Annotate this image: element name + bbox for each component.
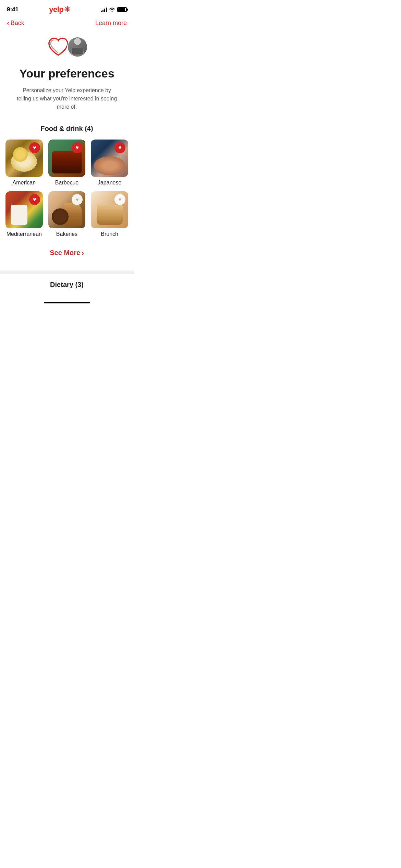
heart-filled-icon: ♥ [33, 197, 36, 202]
see-more-button[interactable]: See More › [0, 241, 134, 267]
section-divider [0, 270, 134, 274]
back-label: Back [11, 20, 24, 27]
signal-icon [101, 7, 107, 12]
food-label-japanese: Japanese [98, 180, 121, 186]
page-title: Your preferences [19, 67, 114, 80]
battery-icon [117, 7, 127, 12]
list-item: ♥ Mediterranean [5, 191, 43, 238]
hero-description: Personalize your Yelp experience by tell… [15, 86, 118, 111]
food-label-mediterranean: Mediterranean [7, 231, 42, 237]
food-image-brunch-wrapper: ♥ [91, 191, 128, 229]
list-item: ♥ Brunch [91, 191, 128, 238]
status-icons [101, 7, 127, 12]
avatar-silhouette [69, 37, 86, 57]
next-section-peek: Dietary (3) [0, 274, 134, 299]
status-bar: 9:41 yelp ✳ [0, 0, 134, 16]
heart-svg-icon [47, 35, 70, 59]
list-item: ♥ Bakeries [48, 191, 86, 238]
food-image-bakeries-wrapper: ♥ [48, 191, 86, 229]
food-section-title: Food & drink (4) [0, 125, 134, 133]
see-more-chevron-icon: › [82, 249, 84, 257]
food-label-brunch: Brunch [101, 231, 118, 237]
yelp-burst-icon: ✳ [64, 5, 70, 14]
heart-outline-icon: ♥ [119, 197, 121, 202]
like-button-japanese[interactable]: ♥ [114, 142, 125, 153]
food-image-barbecue-wrapper: ♥ [48, 140, 86, 177]
like-button-mediterranean[interactable]: ♥ [29, 194, 40, 205]
nav-bar: ‹ Back Learn more [0, 16, 134, 31]
food-image-mediterranean-wrapper: ♥ [5, 191, 43, 229]
like-button-american[interactable]: ♥ [29, 142, 40, 153]
dietary-section-title: Dietary (3) [5, 281, 128, 289]
list-item: ♥ Japanese [91, 140, 128, 186]
user-avatar [67, 37, 88, 57]
back-chevron-icon: ‹ [7, 19, 9, 27]
heart-filled-icon: ♥ [118, 145, 122, 150]
status-time: 9:41 [7, 6, 19, 13]
home-bar [44, 302, 90, 303]
learn-more-button[interactable]: Learn more [95, 20, 127, 27]
home-indicator [0, 299, 134, 305]
food-grid: ♥ American ♥ Barbecue ♥ Japanese [0, 140, 134, 237]
food-label-american: American [13, 180, 36, 186]
list-item: ♥ Barbecue [48, 140, 86, 186]
heart-outline-icon: ♥ [76, 197, 78, 202]
yelp-logo: yelp ✳ [49, 5, 70, 14]
food-section: Food & drink (4) ♥ American ♥ Barbecue [0, 118, 134, 241]
food-image-american-wrapper: ♥ [5, 140, 43, 177]
food-image-japanese-wrapper: ♥ [91, 140, 128, 177]
svg-point-0 [74, 38, 81, 45]
back-button[interactable]: ‹ Back [7, 19, 24, 27]
yelp-wordmark: yelp [49, 5, 63, 14]
see-more-label: See More [50, 249, 80, 257]
list-item: ♥ American [5, 140, 43, 186]
food-label-barbecue: Barbecue [55, 180, 79, 186]
heart-filled-icon: ♥ [76, 145, 79, 150]
hero-icons [46, 35, 88, 59]
like-button-bakeries[interactable]: ♥ [72, 194, 83, 205]
hero-section: Your preferences Personalize your Yelp e… [0, 31, 134, 118]
wifi-icon [109, 7, 115, 12]
svg-rect-1 [72, 48, 83, 55]
heart-filled-icon: ♥ [33, 145, 36, 150]
like-button-brunch[interactable]: ♥ [114, 194, 125, 205]
food-label-bakeries: Bakeries [56, 231, 77, 237]
